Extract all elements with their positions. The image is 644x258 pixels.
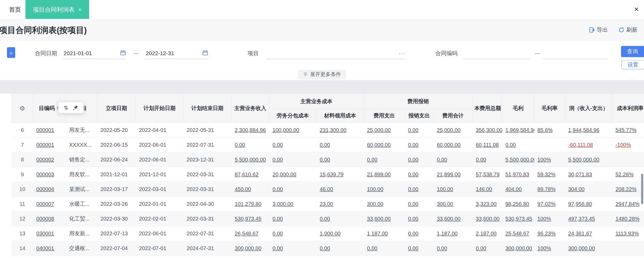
cell-revenue[interactable]: 300,000.00 [231, 241, 269, 256]
cell-revenue[interactable]: 2,300,884.96 [231, 123, 269, 137]
cell-code[interactable]: 000001 [33, 123, 66, 137]
cell-gross_rate[interactable]: 96.23% [534, 226, 565, 241]
sort-icon[interactable]: ⇅ [64, 104, 68, 111]
cell-material_cost[interactable]: 0.00 [317, 152, 364, 167]
cell-cost_profit_rate[interactable]: 2947.84% [612, 197, 644, 211]
cell-profit[interactable]: 97,956.80 [565, 197, 612, 211]
cell-gross_rate[interactable]: 100% [534, 211, 565, 226]
cell-revenue[interactable]: 0.00 [231, 137, 269, 152]
cell-reimburse_pay[interactable]: 0.00 [405, 152, 433, 167]
cell-reimburse_pay[interactable]: 0.00 [405, 241, 433, 256]
calendar-icon[interactable] [203, 50, 208, 56]
cell-gross_rate[interactable]: 97.02% [534, 197, 565, 211]
calendar-icon[interactable] [120, 50, 126, 56]
cell-gross[interactable]: 0.00 [502, 137, 534, 152]
cell-code[interactable]: 000001 [33, 137, 66, 152]
cell-cost_total[interactable]: 146.00 [473, 182, 502, 197]
cell-gross_rate[interactable]: 100% [534, 152, 565, 167]
col-header-profit[interactable]: 润（收入-支出） [565, 94, 612, 123]
cell-cost_total[interactable]: 0.00 [473, 241, 502, 256]
col-header-material-cost[interactable]: 材料领用成本 [317, 109, 364, 122]
col-header-cost-total[interactable]: 本费用总额 [473, 94, 502, 123]
cell-code[interactable]: 030001 [33, 226, 66, 241]
cell-material_cost[interactable]: 231,300.00 [317, 123, 364, 137]
cell-revenue[interactable]: 87,610.62 [231, 167, 269, 182]
refresh-button[interactable]: 刷新 [619, 26, 638, 34]
cell-reimburse_pay[interactable]: 0.00 [405, 123, 433, 137]
cell-code[interactable]: 000002 [33, 152, 66, 167]
date-to-input[interactable]: 2022-12-31 [145, 48, 209, 59]
cell-cost_profit_rate[interactable]: 545.77% [612, 123, 644, 137]
tab-close-icon[interactable]: × [78, 6, 82, 13]
cell-expense_pay[interactable]: 21,899.00 [364, 167, 405, 182]
cell-material_cost[interactable]: 15,639.79 [317, 167, 364, 182]
cell-labor_cost[interactable]: 0.00 [269, 226, 316, 241]
cell-labor_cost[interactable]: 0.00 [269, 137, 316, 152]
window-close-icon[interactable]: × [634, 4, 639, 15]
cell-reimburse_pay[interactable]: 0.00 [405, 226, 433, 241]
cell-labor_cost[interactable]: 0.00 [269, 211, 316, 226]
col-header-expense-pay[interactable]: 费用支出 [364, 109, 405, 122]
cell-labor_cost[interactable]: 0.00 [269, 241, 316, 256]
cell-expense_pay[interactable]: 33,600.00 [364, 211, 405, 226]
cell-gross[interactable]: 404.00 [502, 182, 534, 197]
contract-code-from-input[interactable] [463, 48, 530, 59]
cell-gross[interactable]: 5,500,000.00 [502, 152, 534, 167]
cell-profit[interactable]: 30,071.83 [565, 167, 612, 182]
cell-expense_total[interactable]: 33,600.00 [433, 211, 473, 226]
cell-expense_total[interactable]: 60,000.00 [433, 137, 473, 152]
cell-expense_pay[interactable]: 0.00 [364, 152, 405, 167]
cell-cost_profit_rate[interactable]: 208.22% [612, 182, 644, 197]
tab-active-project-profit[interactable]: 项目合同利润表 × [26, 0, 89, 19]
cell-material_cost[interactable]: 0.00 [317, 211, 364, 226]
col-header-plan-end[interactable]: 计划结束日期 [183, 94, 231, 123]
cell-expense_total[interactable]: 100.00 [433, 182, 473, 197]
cell-expense_total[interactable]: 300.00 [433, 197, 473, 211]
cell-expense_pay[interactable]: 25,000.00 [364, 123, 405, 137]
cell-labor_cost[interactable]: 20,000.00 [269, 167, 316, 182]
cell-reimburse_pay[interactable]: 0.00 [405, 137, 433, 152]
cell-revenue[interactable]: 450.00 [231, 182, 269, 197]
cell-expense_pay[interactable]: 300.00 [364, 197, 405, 211]
cell-cost_total[interactable]: 60,111.08 [473, 137, 502, 152]
cell-code[interactable]: 000007 [33, 197, 66, 211]
cell-profit[interactable]: 5,500,000.00 [565, 152, 612, 167]
cell-material_cost[interactable]: 0.00 [317, 137, 364, 152]
cell-cost_profit_rate[interactable]: 1480.28% [612, 211, 644, 226]
cell-gross_rate[interactable]: 59.32% [534, 167, 565, 182]
cell-expense_total[interactable]: 21,899.00 [433, 167, 473, 182]
cell-labor_cost[interactable]: 3,000.00 [269, 197, 316, 211]
cell-code[interactable]: 040001 [33, 241, 66, 256]
cell-profit[interactable]: 300,000.00 [565, 241, 612, 256]
cell-expense_total[interactable]: 25,000.00 [433, 123, 473, 137]
col-header-setup-date[interactable]: 立项日期 [97, 94, 136, 123]
column-settings-gear-icon[interactable]: ⚙ [12, 94, 33, 123]
cell-code[interactable]: 000004 [33, 182, 66, 197]
expand-more-conditions-button[interactable]: 展开更多条件 [298, 70, 346, 79]
col-header-gross-rate[interactable]: 毛利率 [534, 94, 565, 123]
cell-expense_total[interactable]: 0.00 [433, 241, 473, 256]
sidebar-expand-button[interactable]: » [7, 47, 15, 58]
cell-cost_total[interactable]: 33,600.00 [473, 211, 502, 226]
cell-material_cost[interactable]: 23.00 [317, 197, 364, 211]
cell-cost_profit_rate[interactable]: 52.26% [612, 167, 644, 182]
project-picker-icon[interactable]: ··· [399, 50, 406, 56]
cell-expense_pay[interactable]: 1,187.00 [364, 226, 405, 241]
cell-gross_rate[interactable]: 100% [534, 241, 565, 256]
cell-cost_total[interactable]: 0.00 [473, 152, 502, 167]
pin-icon[interactable] [73, 105, 78, 111]
cell-gross_rate[interactable]: 89.78% [534, 182, 565, 197]
cell-gross[interactable]: 98,256.80 [502, 197, 534, 211]
cell-profit[interactable]: 497,373.45 [565, 211, 612, 226]
col-header-plan-start[interactable]: 计划开始日期 [136, 94, 184, 123]
cell-gross_rate[interactable]: 85.6% [534, 123, 565, 137]
cell-cost_profit_rate[interactable]: 1113.93% [612, 226, 644, 241]
vertical-scrollbar[interactable] [641, 174, 643, 204]
cell-gross[interactable]: 300,000.00 [502, 241, 534, 256]
cell-material_cost[interactable]: 0.00 [317, 241, 364, 256]
cell-labor_cost[interactable]: 0.00 [269, 152, 316, 167]
cell-gross[interactable]: 1,969,584.96 [502, 123, 534, 137]
col-header-cost-profit-rate[interactable]: 成本利润率 [612, 94, 644, 123]
cell-reimburse_pay[interactable]: 0.00 [405, 182, 433, 197]
cell-revenue[interactable]: 530,973.45 [231, 211, 269, 226]
